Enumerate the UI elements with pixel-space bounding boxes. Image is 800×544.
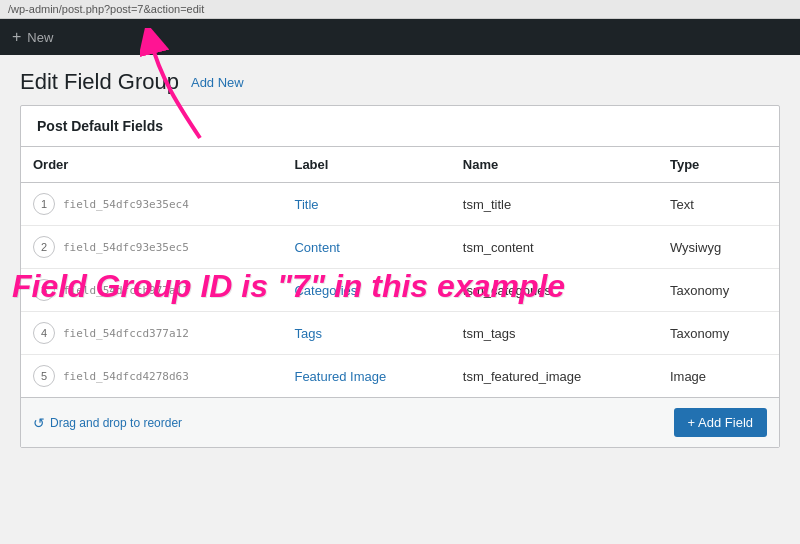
table-row: 1field_54dfc93e35ec4Titletsm_titleText [21, 183, 779, 226]
field-label-link[interactable]: Categories [294, 283, 357, 298]
url-text: /wp-admin/post.php?post=7&action=edit [8, 3, 204, 15]
cell-name: tsm_content [451, 226, 658, 269]
field-key: field_54dfc93e35ec5 [63, 241, 189, 254]
table-row: 3field_54dfccb977a11Categoriestsm_catego… [21, 269, 779, 312]
cell-type: Image [658, 355, 779, 398]
field-label-link[interactable]: Featured Image [294, 369, 386, 384]
field-group-title: Post Default Fields [21, 106, 779, 147]
cell-type: Wysiwyg [658, 226, 779, 269]
cell-name: tsm_title [451, 183, 658, 226]
cell-order: 4field_54dfccd377a12 [21, 312, 282, 355]
page-wrapper: /wp-admin/post.php?post=7&action=edit + … [0, 0, 800, 544]
cell-order: 2field_54dfc93e35ec5 [21, 226, 282, 269]
cell-type: Taxonomy [658, 269, 779, 312]
order-number: 3 [33, 279, 55, 301]
cell-label: Tags [282, 312, 450, 355]
field-key: field_54dfccd377a12 [63, 327, 189, 340]
order-number: 2 [33, 236, 55, 258]
cell-order: 3field_54dfccb977a11 [21, 269, 282, 312]
top-nav-bar: + New [0, 19, 800, 55]
drag-hint: ↺ Drag and drop to reorder [33, 415, 182, 431]
add-new-button[interactable]: Add New [191, 75, 244, 90]
cell-name: tsm_tags [451, 312, 658, 355]
cell-label: Categories [282, 269, 450, 312]
url-bar: /wp-admin/post.php?post=7&action=edit [0, 0, 800, 19]
fields-table: Order Label Name Type 1field_54dfc93e35e… [21, 147, 779, 397]
cell-name: tsm_categories [451, 269, 658, 312]
table-footer: ↺ Drag and drop to reorder + Add Field [21, 397, 779, 447]
table-row: 4field_54dfccd377a12Tagstsm_tagsTaxonomy [21, 312, 779, 355]
field-label-link[interactable]: Tags [294, 326, 321, 341]
col-name: Name [451, 147, 658, 183]
content-area: Post Default Fields Order Label Name Typ… [0, 105, 800, 488]
table-header-row: Order Label Name Type [21, 147, 779, 183]
cell-type: Taxonomy [658, 312, 779, 355]
table-row: 5field_54dfcd4278d63Featured Imagetsm_fe… [21, 355, 779, 398]
order-number: 5 [33, 365, 55, 387]
drag-hint-text: Drag and drop to reorder [50, 416, 182, 430]
col-label: Label [282, 147, 450, 183]
new-nav-label[interactable]: New [27, 30, 53, 45]
add-field-button[interactable]: + Add Field [674, 408, 767, 437]
cell-order: 5field_54dfcd4278d63 [21, 355, 282, 398]
col-order: Order [21, 147, 282, 183]
cell-label: Title [282, 183, 450, 226]
field-key: field_54dfcd4278d63 [63, 370, 189, 383]
table-row: 2field_54dfc93e35ec5Contenttsm_contentWy… [21, 226, 779, 269]
order-number: 4 [33, 322, 55, 344]
page-header: Edit Field Group Add New [0, 55, 800, 105]
cell-name: tsm_featured_image [451, 355, 658, 398]
field-label-link[interactable]: Title [294, 197, 318, 212]
field-group-box: Post Default Fields Order Label Name Typ… [20, 105, 780, 448]
page-title: Edit Field Group [20, 69, 179, 95]
cell-label: Featured Image [282, 355, 450, 398]
order-number: 1 [33, 193, 55, 215]
field-key: field_54dfc93e35ec4 [63, 198, 189, 211]
cell-type: Text [658, 183, 779, 226]
field-label-link[interactable]: Content [294, 240, 340, 255]
plus-icon: + [12, 28, 21, 46]
col-type: Type [658, 147, 779, 183]
field-key: field_54dfccb977a11 [63, 284, 189, 297]
cell-label: Content [282, 226, 450, 269]
drag-icon: ↺ [33, 415, 45, 431]
cell-order: 1field_54dfc93e35ec4 [21, 183, 282, 226]
